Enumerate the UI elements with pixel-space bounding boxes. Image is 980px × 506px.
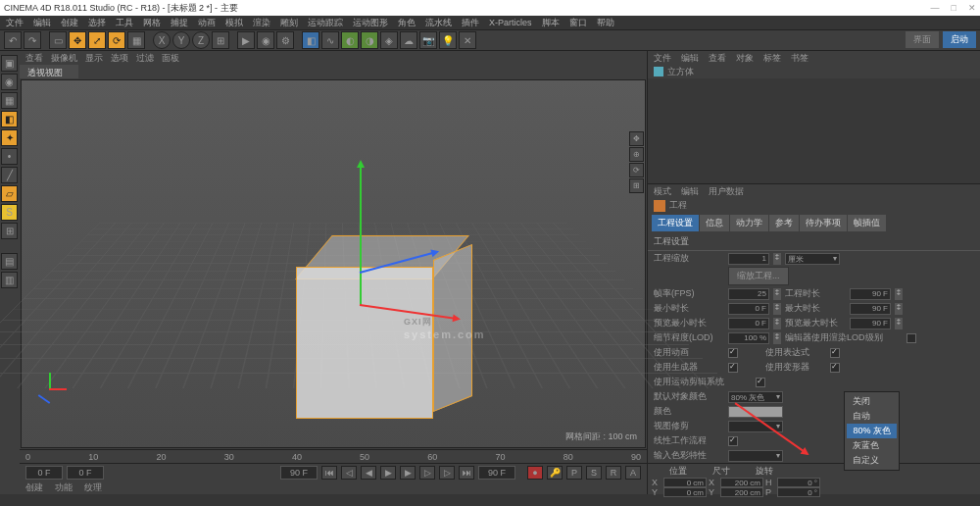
- deform-checkbox[interactable]: [830, 363, 840, 373]
- startup-tab[interactable]: 启动: [943, 31, 976, 48]
- am-edit[interactable]: 编辑: [681, 185, 699, 198]
- move-icon[interactable]: ✥: [69, 31, 86, 49]
- make-editable-icon[interactable]: ▣: [1, 55, 18, 72]
- menu-create[interactable]: 创建: [61, 17, 78, 29]
- prev-frame-icon[interactable]: ◀: [361, 466, 376, 480]
- workplane-icon[interactable]: ⊞: [1, 223, 18, 239]
- nav-pan-icon[interactable]: ✥: [629, 131, 644, 146]
- om-file[interactable]: 文件: [654, 52, 671, 65]
- lod-field[interactable]: 100 %: [728, 332, 769, 344]
- tab-project[interactable]: 工程设置: [652, 215, 699, 231]
- btab-tex[interactable]: 纹理: [84, 481, 102, 494]
- am-mode[interactable]: 模式: [654, 185, 671, 198]
- btab-func[interactable]: 功能: [55, 481, 73, 494]
- scale-project-button[interactable]: 缩放工程...: [728, 267, 789, 285]
- tab-todo[interactable]: 待办事项: [800, 215, 847, 231]
- menu-plugins[interactable]: 插件: [462, 17, 479, 29]
- maxtime-field[interactable]: 90 F: [850, 303, 891, 315]
- nurbs-icon[interactable]: ◐: [341, 31, 359, 49]
- menu-script[interactable]: 脚本: [542, 17, 560, 29]
- coord-icon[interactable]: ⊞: [212, 31, 229, 49]
- extra2-icon[interactable]: ▥: [1, 272, 18, 288]
- time-current-field[interactable]: 0 F: [67, 466, 104, 480]
- pos-y-field[interactable]: 0 cm: [663, 487, 707, 497]
- vp-display[interactable]: 显示: [85, 52, 103, 65]
- spinner-icon[interactable]: ‡: [773, 253, 781, 265]
- om-obj[interactable]: 对象: [736, 52, 754, 65]
- key-rot-icon[interactable]: R: [606, 466, 621, 480]
- camera-icon[interactable]: 📷: [419, 31, 437, 49]
- menu-sim[interactable]: 模拟: [225, 17, 243, 29]
- menu-render[interactable]: 渲染: [253, 17, 270, 29]
- linear-checkbox[interactable]: [728, 436, 738, 446]
- prev-key-icon[interactable]: ◁: [341, 466, 357, 480]
- gen-checkbox[interactable]: [728, 363, 738, 373]
- om-edit[interactable]: 编辑: [681, 52, 699, 65]
- lod-checkbox[interactable]: [906, 333, 916, 343]
- anim-checkbox[interactable]: [728, 348, 738, 358]
- time-start-field[interactable]: 0 F: [25, 466, 63, 480]
- minimize-icon[interactable]: —: [931, 3, 940, 13]
- key-scale-icon[interactable]: S: [586, 466, 602, 480]
- fps-field[interactable]: 25: [728, 288, 769, 300]
- play-icon[interactable]: ▶: [400, 466, 416, 480]
- popup-option-80gray[interactable]: 80% 灰色: [847, 424, 897, 438]
- menu-tools[interactable]: 工具: [116, 17, 133, 29]
- prevmin-field[interactable]: 0 F: [728, 318, 769, 329]
- size-y-field[interactable]: 200 cm: [720, 487, 763, 497]
- tab-interp[interactable]: 帧插值: [848, 215, 886, 231]
- prevmax-field[interactable]: 90 F: [850, 318, 891, 329]
- timeline-ruler[interactable]: 01020 304050 607080 90: [20, 449, 647, 463]
- om-bookmark[interactable]: 书签: [791, 52, 808, 65]
- last-tool-icon[interactable]: ▦: [127, 31, 145, 49]
- autokey-icon[interactable]: 🔑: [547, 466, 563, 480]
- expr-checkbox[interactable]: [830, 348, 840, 358]
- menu-pipeline[interactable]: 流水线: [425, 17, 452, 29]
- input-dropdown[interactable]: [728, 450, 783, 462]
- popup-option-auto[interactable]: 自动: [847, 409, 897, 424]
- nav-zoom-icon[interactable]: ⊕: [629, 147, 644, 162]
- menu-mograph[interactable]: 运动图形: [353, 17, 388, 29]
- object-mode-icon[interactable]: ◧: [1, 111, 18, 127]
- rot-h-field[interactable]: 0 °: [777, 478, 820, 487]
- next-key-icon[interactable]: ▷: [439, 466, 455, 480]
- scale-unit-dropdown[interactable]: 厘米: [785, 253, 840, 265]
- motion-checkbox[interactable]: [756, 378, 765, 387]
- point-mode-icon[interactable]: •: [1, 148, 18, 165]
- texture-mode-icon[interactable]: ▦: [1, 92, 18, 109]
- render-settings-icon[interactable]: ⚙: [276, 31, 294, 49]
- axis-x-icon[interactable]: X: [153, 31, 171, 49]
- xp-icon[interactable]: ✕: [459, 31, 476, 49]
- key-param-icon[interactable]: A: [625, 466, 641, 480]
- record-icon[interactable]: ●: [527, 466, 543, 480]
- menu-xp[interactable]: X-Particles: [489, 18, 532, 27]
- menu-snap[interactable]: 捕捉: [171, 17, 188, 29]
- cube-icon[interactable]: ◧: [302, 31, 319, 49]
- am-user[interactable]: 用户数据: [709, 185, 744, 198]
- time-end-field[interactable]: 90 F: [280, 466, 318, 480]
- extra1-icon[interactable]: ▤: [1, 253, 18, 270]
- scale-icon[interactable]: ⤢: [88, 31, 106, 49]
- pos-x-field[interactable]: 0 cm: [663, 478, 707, 487]
- viewport-3d[interactable]: GXI网system.com 网格间距 : 100 cm ✥ ⊕ ⟳ ⊞: [21, 79, 646, 448]
- deformer-icon[interactable]: ◈: [380, 31, 398, 49]
- tab-dynamics[interactable]: 动力学: [730, 215, 768, 231]
- menu-sculpt[interactable]: 雕刻: [280, 17, 298, 29]
- popup-option-grayblue[interactable]: 灰蓝色: [847, 438, 897, 453]
- axis-z-icon[interactable]: Z: [192, 31, 210, 49]
- size-x-field[interactable]: 200 cm: [720, 478, 763, 487]
- menu-select[interactable]: 选择: [88, 17, 106, 29]
- snap-icon[interactable]: S: [1, 204, 18, 221]
- vp-panel[interactable]: 面板: [162, 52, 179, 65]
- goto-end-icon[interactable]: ⏭: [459, 466, 474, 480]
- defcolor-dropdown[interactable]: 80% 灰色: [728, 391, 783, 403]
- nav-layout-icon[interactable]: ⊞: [629, 178, 644, 193]
- close-icon[interactable]: ✕: [968, 3, 976, 13]
- environment-icon[interactable]: ☁: [400, 31, 417, 49]
- time-total-field[interactable]: 90 F: [478, 466, 515, 480]
- undo-icon[interactable]: ↶: [4, 31, 22, 49]
- menu-char[interactable]: 角色: [398, 17, 416, 29]
- nav-orbit-icon[interactable]: ⟳: [629, 163, 644, 177]
- popup-option-custom[interactable]: 自定义: [847, 453, 897, 468]
- menu-anim[interactable]: 动画: [198, 17, 216, 29]
